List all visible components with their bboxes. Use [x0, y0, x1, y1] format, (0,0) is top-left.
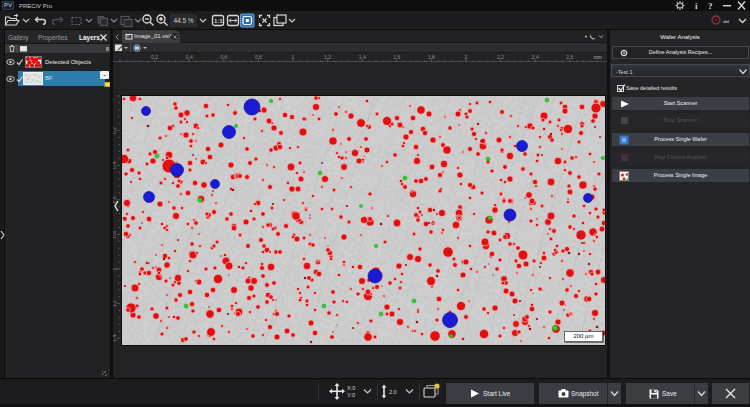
svg-text:?: ? [708, 1, 713, 11]
svg-text:0.2: 0.2 [113, 127, 118, 134]
svg-text:1:1: 1:1 [214, 18, 223, 24]
svg-text:2.6: 2.6 [566, 54, 573, 60]
svg-text:0.8: 0.8 [255, 54, 262, 60]
svg-text:1.2: 1.2 [113, 300, 118, 307]
svg-text:0.2: 0.2 [151, 54, 158, 60]
svg-text:i: i [695, 1, 698, 11]
svg-text:1.6: 1.6 [393, 54, 400, 60]
svg-text:1.2: 1.2 [324, 54, 331, 60]
svg-text:Y:0: Y:0 [347, 392, 355, 398]
svg-text:2.2: 2.2 [497, 54, 504, 60]
svg-text:1.4: 1.4 [359, 54, 366, 60]
svg-text:2: 2 [465, 54, 468, 60]
svg-text:1.8: 1.8 [428, 54, 435, 60]
svg-text:X:0: X:0 [347, 385, 355, 391]
svg-text:0.4: 0.4 [186, 54, 193, 60]
svg-text:0.4: 0.4 [113, 162, 118, 169]
svg-text:1: 1 [292, 54, 295, 60]
svg-text:0.6: 0.6 [220, 54, 227, 60]
svg-text:1: 1 [113, 267, 118, 270]
svg-text:2.0: 2.0 [389, 389, 397, 395]
svg-text:mm: mm [594, 54, 602, 60]
svg-text:2.4: 2.4 [532, 54, 539, 60]
svg-text:0.8: 0.8 [113, 231, 118, 238]
svg-text:1.4: 1.4 [113, 335, 118, 342]
